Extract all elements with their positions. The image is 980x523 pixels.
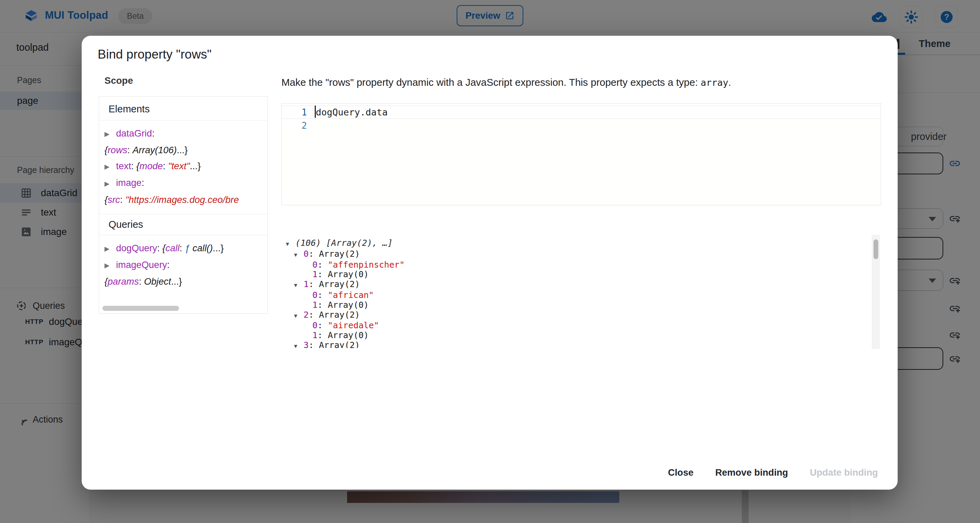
tree-row: 0: "affenpinscher" xyxy=(284,260,872,270)
token: : Array(0) xyxy=(318,269,369,279)
token: 3 xyxy=(304,340,309,348)
dialog-footer: Close Remove binding Update binding xyxy=(660,462,885,483)
description-text: Make the "rows" property dynamic with a … xyxy=(282,77,701,88)
expand-arrow-icon[interactable]: ▼ xyxy=(286,239,295,249)
tree-row[interactable]: ▼(106) [Array(2), …] xyxy=(284,238,872,249)
token: imageQuery xyxy=(116,260,167,270)
token: { xyxy=(162,243,165,254)
code-line-1-text: dogQuery.data xyxy=(316,107,388,118)
token: ...} xyxy=(190,161,201,171)
tree-row[interactable]: ▼1: Array(2) xyxy=(284,279,872,290)
token: : Array(0) xyxy=(318,300,369,310)
token: 0 xyxy=(304,249,309,259)
token: : xyxy=(167,260,170,270)
expand-arrow-icon[interactable]: ▼ xyxy=(294,311,304,321)
expand-arrow-icon[interactable]: ▶ xyxy=(105,176,116,192)
token: { xyxy=(105,145,108,155)
token: { xyxy=(137,161,140,171)
tree-row: 1: Array(0) xyxy=(284,269,872,279)
scope-tree-row[interactable]: ▶dogQuery: {call: ƒ call()...} xyxy=(105,240,263,257)
token: : xyxy=(142,177,144,188)
scope-tree-row: {rows: Array(106)...} xyxy=(105,142,263,158)
tree-row[interactable]: ▼3: Array(2) xyxy=(284,341,872,348)
scope-tree-row[interactable]: ▶dataGrid: xyxy=(105,125,263,142)
token: { xyxy=(105,276,108,287)
bind-property-dialog: Bind property "rows" Scope Elements ▶dat… xyxy=(82,36,898,490)
horizontal-scrollbar[interactable] xyxy=(102,306,179,311)
token: ...} xyxy=(213,243,224,254)
scope-tree-row: {params: Object...} xyxy=(105,273,263,289)
tree-row[interactable]: ▼0: Array(2) xyxy=(284,249,872,260)
queries-header: Queries xyxy=(99,214,267,235)
token: : xyxy=(139,276,144,287)
evaluation-result-tree: ▼(106) [Array(2), …]▼0: Array(2)0: "affe… xyxy=(284,238,872,348)
expand-arrow-icon[interactable]: ▼ xyxy=(294,281,304,290)
token: : xyxy=(318,260,328,269)
expand-arrow-icon[interactable]: ▶ xyxy=(105,126,116,142)
token: 1 xyxy=(304,279,309,289)
editor-line-1[interactable]: 1 dogQuery.data xyxy=(282,105,881,119)
token: : xyxy=(152,128,154,139)
expand-arrow-icon[interactable]: ▶ xyxy=(105,241,116,257)
expand-arrow-icon[interactable]: ▼ xyxy=(294,341,304,348)
remove-binding-button[interactable]: Remove binding xyxy=(708,462,795,483)
scope-tree-row[interactable]: ▶image: xyxy=(105,175,263,191)
token: : xyxy=(157,243,162,254)
close-button[interactable]: Close xyxy=(660,462,701,483)
token: : xyxy=(120,195,125,205)
token: : xyxy=(318,320,328,330)
token: call() xyxy=(190,243,213,254)
token: call xyxy=(165,243,179,254)
token: 0 xyxy=(312,320,318,330)
vertical-scrollbar-track[interactable] xyxy=(872,235,880,349)
token: : Array(0) xyxy=(318,330,369,340)
tree-row[interactable]: ▼2: Array(2) xyxy=(284,310,872,321)
description-period: . xyxy=(728,77,731,88)
scope-tree-row: {src: "https://images.dog.ceo/bre xyxy=(105,192,263,208)
text-cursor xyxy=(315,105,316,118)
token: Object xyxy=(144,276,171,287)
token: : xyxy=(127,145,132,155)
token: ...} xyxy=(171,276,182,287)
update-binding-button[interactable]: Update binding xyxy=(802,462,885,483)
token: : Array(2) xyxy=(309,340,360,348)
token: : xyxy=(163,161,168,171)
code-text[interactable]: dogQuery.data xyxy=(316,107,388,118)
token: ...} xyxy=(177,145,188,155)
tree-row: 1: Array(0) xyxy=(284,331,872,341)
expand-arrow-icon[interactable]: ▼ xyxy=(294,250,304,260)
expand-arrow-icon[interactable]: ▶ xyxy=(105,257,116,273)
js-expression-editor[interactable]: 1 dogQuery.data 2 xyxy=(282,103,881,205)
token: 0 xyxy=(312,260,318,269)
tree-row: 0: "airedale" xyxy=(284,321,872,331)
expected-type: array xyxy=(701,77,728,88)
vertical-scrollbar-thumb[interactable] xyxy=(873,239,878,259)
token: { xyxy=(105,195,108,205)
dialog-title: Bind property "rows" xyxy=(98,47,212,62)
elements-header: Elements xyxy=(99,97,267,121)
token: dataGrid xyxy=(116,128,152,139)
token: "airedale" xyxy=(328,320,379,330)
token: : Array(2) xyxy=(309,310,360,320)
token: params xyxy=(108,276,139,287)
token: : xyxy=(180,243,185,254)
token: "https://images.dog.ceo/bre xyxy=(125,195,239,205)
editor-line-2[interactable]: 2 xyxy=(282,119,881,132)
expand-arrow-icon[interactable]: ▶ xyxy=(105,159,116,175)
scope-tree-row[interactable]: ▶text: {mode: "text"...} xyxy=(105,158,263,175)
line-number: 1 xyxy=(282,107,316,118)
token: "african" xyxy=(328,290,374,300)
token: 2 xyxy=(304,310,309,320)
line-number: 2 xyxy=(282,121,316,131)
token: "affenpinscher" xyxy=(328,260,404,269)
scope-queries-tree: ▶dogQuery: {call: ƒ call()...}▶imageQuer… xyxy=(99,235,267,295)
token: text xyxy=(116,161,131,171)
token: : xyxy=(131,161,136,171)
scope-label: Scope xyxy=(105,75,133,86)
token: Array(106) xyxy=(133,145,177,155)
screen: MUI Toolpad Beta Preview xyxy=(0,0,980,523)
scope-tree-row[interactable]: ▶imageQuery: xyxy=(105,257,263,273)
token: : Array(2) xyxy=(309,249,360,259)
token: (106) [Array(2), …] xyxy=(295,238,393,248)
token: 1 xyxy=(312,300,318,310)
